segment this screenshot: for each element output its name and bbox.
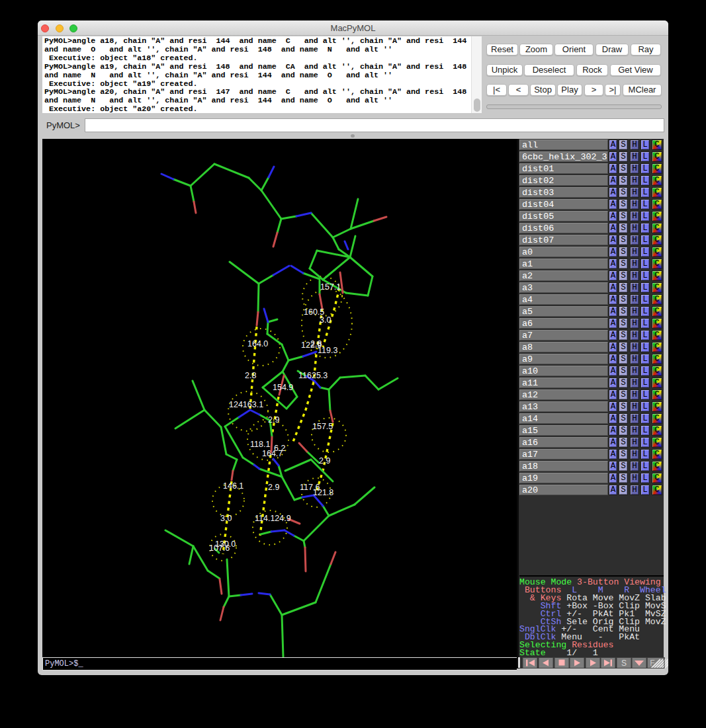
- svg-text:146.1: 146.1: [223, 481, 243, 491]
- svg-text:121.8: 121.8: [313, 488, 333, 497]
- svg-text:S: S: [621, 659, 627, 668]
- svg-text:157.5: 157.5: [312, 422, 333, 431]
- svg-text:164.0: 164.0: [247, 339, 268, 348]
- svg-text:114.124.9: 114.124.9: [255, 514, 291, 523]
- svg-text:164.7: 164.7: [262, 449, 283, 458]
- svg-text:124163.1: 124163.1: [229, 400, 263, 409]
- svg-text:119.3: 119.3: [318, 346, 337, 355]
- svg-text:3.0: 3.0: [220, 514, 232, 523]
- svg-text:157.1: 157.1: [320, 282, 341, 292]
- svg-text:2.9: 2.9: [319, 456, 330, 465]
- svg-text:3.0: 3.0: [320, 315, 331, 325]
- svg-text:118.1: 118.1: [250, 440, 270, 449]
- svg-text:2.8: 2.8: [245, 371, 256, 380]
- svg-text:2.9: 2.9: [268, 483, 279, 492]
- svg-text:11625.3: 11625.3: [298, 371, 328, 380]
- svg-text:154.9: 154.9: [273, 383, 293, 392]
- svg-text:107.6: 107.6: [209, 544, 230, 553]
- svg-text:2.9: 2.9: [268, 415, 279, 425]
